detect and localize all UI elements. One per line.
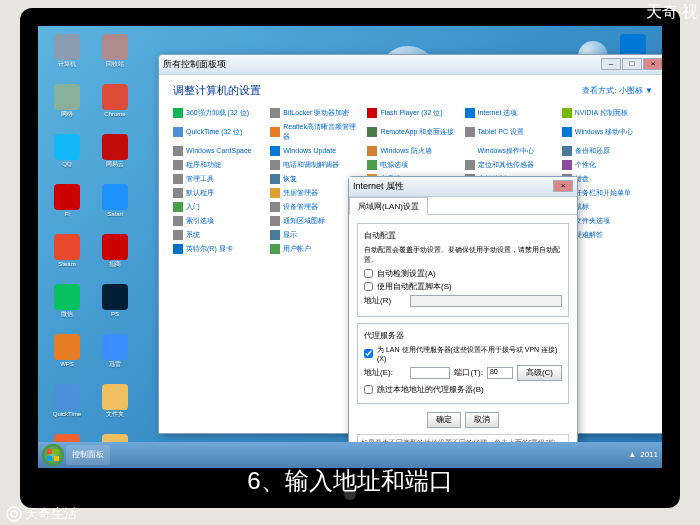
clock[interactable]: 2011 <box>640 450 658 459</box>
desktop-icon[interactable]: QuickTime <box>46 384 88 432</box>
desktop-icon[interactable]: 网络 <box>46 84 88 132</box>
control-panel-item[interactable]: 管理工具 <box>173 174 264 184</box>
control-panel-item[interactable]: 电话和调制解调器 <box>270 160 361 170</box>
control-panel-item[interactable]: 默认程序 <box>173 188 264 198</box>
lan-tab[interactable]: 局域网(LAN)设置 <box>349 197 428 215</box>
auto-config-legend: 自动配置 <box>364 230 562 241</box>
control-panel-item[interactable]: 程序和功能 <box>173 160 264 170</box>
icon-label: PS <box>111 311 119 317</box>
item-label: 疑难解答 <box>575 230 603 240</box>
control-panel-item[interactable]: Windows Update <box>270 146 361 156</box>
desktop-icon[interactable]: Steam <box>46 234 88 282</box>
control-panel-item[interactable]: 索引选项 <box>173 216 264 226</box>
minimize-button[interactable]: – <box>601 58 621 70</box>
start-button[interactable] <box>42 444 64 466</box>
item-label: Windows Update <box>283 147 336 154</box>
advanced-button[interactable]: 高级(C) <box>517 365 562 381</box>
item-icon <box>270 127 280 137</box>
item-icon <box>173 174 183 184</box>
control-panel-item[interactable]: 定位和其他传感器 <box>465 160 556 170</box>
proxy-port-input[interactable]: 80 <box>487 367 513 379</box>
control-panel-item[interactable]: Windows CardSpace <box>173 146 264 156</box>
auto-script-checkbox[interactable] <box>364 282 373 291</box>
app-icon <box>102 34 128 60</box>
icon-label: 网易云 <box>106 161 124 167</box>
maximize-button[interactable]: □ <box>622 58 642 70</box>
desktop-icon[interactable]: 计算机 <box>46 34 88 82</box>
icon-label: 迅雷 <box>109 361 121 367</box>
desktop-icon[interactable]: 回收站 <box>94 34 136 82</box>
monitor-frame: 计算机回收站网络ChromeQQ网易云FlSafariSteam招商微信PSWP… <box>20 8 680 508</box>
desktop-icon[interactable]: 网易云 <box>94 134 136 182</box>
app-icon <box>102 84 128 110</box>
svg-rect-3 <box>54 456 59 461</box>
item-label: Windows CardSpace <box>186 147 251 154</box>
close-button[interactable]: × <box>553 180 573 192</box>
view-mode-dropdown[interactable]: 查看方式: 小图标 ▼ <box>582 85 653 96</box>
item-label: 任务栏和开始菜单 <box>575 188 631 198</box>
control-panel-item[interactable]: NVIDIA 控制面板 <box>562 108 653 118</box>
svg-point-5 <box>11 511 17 517</box>
logo-icon <box>6 506 22 522</box>
icon-label: QuickTime <box>53 411 81 417</box>
app-icon <box>54 334 80 360</box>
control-panel-item[interactable]: 电源选项 <box>367 160 458 170</box>
app-icon <box>54 134 80 160</box>
desktop-icon[interactable]: 迅雷 <box>94 334 136 382</box>
app-icon <box>102 284 128 310</box>
item-label: Windows 防火墙 <box>380 146 431 156</box>
desktop-icon[interactable]: WPS <box>46 334 88 382</box>
control-panel-item[interactable]: 入门 <box>173 202 264 212</box>
control-panel-item[interactable]: Realtek高清晰音频管理器 <box>270 122 361 142</box>
svg-rect-1 <box>54 449 59 454</box>
desktop-icon[interactable]: Fl <box>46 184 88 232</box>
control-panel-item[interactable]: Internet 选项 <box>465 108 556 118</box>
icon-label: Steam <box>58 261 75 267</box>
bypass-local-checkbox[interactable] <box>364 385 373 394</box>
control-panel-item[interactable]: QuickTime (32 位) <box>173 122 264 142</box>
control-panel-item[interactable]: 个性化 <box>562 160 653 170</box>
desktop-icon[interactable]: 招商 <box>94 234 136 282</box>
control-panel-item[interactable]: 360强力卸载 (32 位) <box>173 108 264 118</box>
desktop-icon[interactable]: 文件夹 <box>94 384 136 432</box>
close-button[interactable]: × <box>643 58 662 70</box>
control-panel-item[interactable]: Tablet PC 设置 <box>465 122 556 142</box>
control-panel-item[interactable]: Windows操作中心 <box>465 146 556 156</box>
app-icon <box>54 284 80 310</box>
control-panel-item[interactable]: 系统 <box>173 230 264 240</box>
control-panel-item[interactable]: Windows 防火墙 <box>367 146 458 156</box>
cancel-button[interactable]: 取消 <box>465 412 499 428</box>
desktop-icon[interactable]: 微信 <box>46 284 88 332</box>
tray-icon[interactable]: ▲ <box>628 450 636 459</box>
use-proxy-checkbox[interactable] <box>364 349 373 358</box>
control-panel-item[interactable]: BitLocker 驱动器加密 <box>270 108 361 118</box>
item-label: RemoteApp 和桌面连接 <box>380 127 454 137</box>
item-icon <box>270 244 280 254</box>
control-panel-item[interactable]: 英特尔(R) 显卡 <box>173 244 264 254</box>
item-icon <box>562 127 572 137</box>
control-panel-item[interactable]: Flash Player (32 位) <box>367 108 458 118</box>
desktop-icons-left: 计算机回收站网络ChromeQQ网易云FlSafariSteam招商微信PSWP… <box>46 34 136 468</box>
taskbar-item[interactable]: 控制面板 <box>66 445 110 465</box>
item-icon <box>367 146 377 156</box>
control-panel-item[interactable]: RemoteApp 和桌面连接 <box>367 122 458 142</box>
desktop-icon[interactable]: Chrome <box>94 84 136 132</box>
internet-props-title: Internet 属性 <box>353 180 404 193</box>
script-addr-label: 地址(R) <box>364 295 406 306</box>
control-panel-item[interactable]: Windows 移动中心 <box>562 122 653 142</box>
item-label: 备份和还原 <box>575 146 610 156</box>
desktop-icon[interactable]: PS <box>94 284 136 332</box>
desktop-icon[interactable]: Safari <box>94 184 136 232</box>
control-panel-item[interactable]: 备份和还原 <box>562 146 653 156</box>
system-tray[interactable]: ▲ 2011 <box>628 450 658 459</box>
item-label: NVIDIA 控制面板 <box>575 108 628 118</box>
icon-label: 网络 <box>61 111 73 117</box>
item-icon <box>270 174 280 184</box>
desktop-icon[interactable]: QQ <box>46 134 88 182</box>
auto-detect-checkbox[interactable] <box>364 269 373 278</box>
item-label: Realtek高清晰音频管理器 <box>283 122 361 142</box>
item-icon <box>173 146 183 156</box>
app-icon <box>54 234 80 260</box>
proxy-address-input[interactable] <box>410 367 450 379</box>
ok-button[interactable]: 确定 <box>427 412 461 428</box>
